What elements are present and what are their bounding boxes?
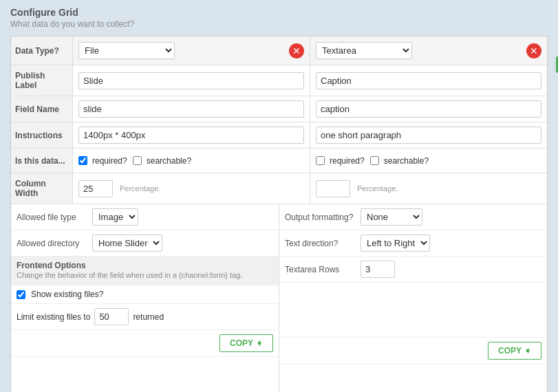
- col1-show-existing-files-checkbox[interactable]: [17, 290, 25, 299]
- col2-publish-label-input[interactable]: [316, 72, 541, 89]
- col2-remove-button[interactable]: ✕: [526, 43, 541, 58]
- output-formatting-label: Output formatting?: [285, 213, 361, 222]
- text-direction-label: Text direction?: [285, 239, 361, 248]
- col1-copy-arrow-icon: ➧: [256, 338, 263, 348]
- allowed-file-type-label: Allowed file type: [17, 213, 92, 222]
- col1-column-width-input[interactable]: [78, 180, 113, 197]
- col2-field-name-input[interactable]: [316, 100, 541, 118]
- col2-required-checkbox[interactable]: [316, 156, 325, 165]
- col2-text-direction-select[interactable]: Left to Right Right to Left: [361, 235, 430, 252]
- col1-copy-button[interactable]: COPY ➧: [219, 334, 273, 352]
- col2-searchable-checkbox[interactable]: [370, 156, 379, 165]
- col1-searchable-checkbox[interactable]: [133, 156, 142, 165]
- allowed-directory-label: Allowed directory: [17, 239, 92, 248]
- instructions-label: Instructions: [11, 122, 73, 148]
- col1-limit-label: Limit existing files to: [17, 312, 90, 322]
- col2-copy-arrow-icon: ➧: [524, 346, 531, 356]
- col2-copy-button[interactable]: COPY ➧: [488, 342, 541, 360]
- col1-instructions-input[interactable]: [78, 127, 304, 144]
- col2-output-formatting-select[interactable]: None XHTML Markdown: [361, 208, 422, 226]
- col1-data-type-select[interactable]: File Text Textarea Select: [78, 42, 175, 59]
- col1-publish-label-input[interactable]: [78, 72, 304, 89]
- page-subtitle: What data do you want to collect?: [10, 19, 548, 29]
- col1-field-name-input[interactable]: [78, 100, 304, 118]
- col1-allowed-directory-select[interactable]: Home Slider Uploads: [92, 235, 162, 252]
- col1-required-checkbox[interactable]: [78, 156, 87, 165]
- page-title: Configure Grid: [10, 7, 548, 18]
- is-data-label: Is this data...: [11, 149, 73, 173]
- data-type-label: Data Type?: [11, 36, 73, 65]
- column-width-label: Column Width: [11, 173, 73, 204]
- frontend-options-title: Frontend Options: [17, 261, 273, 270]
- col1-allowed-file-type-select[interactable]: Image All: [92, 208, 138, 226]
- field-name-label: Field Name: [11, 96, 73, 122]
- col1-limit-input[interactable]: [94, 308, 129, 325]
- col1-percentage-label: Percentage.: [120, 184, 160, 193]
- col2-instructions-input[interactable]: [316, 127, 541, 144]
- frontend-options-desc: Change the behavior of the field when us…: [17, 270, 273, 281]
- col2-textarea-rows-input[interactable]: [361, 261, 395, 278]
- publish-label-label: Publish Label: [11, 65, 73, 96]
- col1-remove-button[interactable]: ✕: [289, 43, 304, 58]
- textarea-rows-label: Textarea Rows: [285, 265, 361, 274]
- col2-column-width-input[interactable]: [316, 180, 350, 197]
- col2-percentage-label: Percentage.: [357, 184, 398, 193]
- col1-show-existing-files-label: Show existing files?: [31, 290, 103, 299]
- col1-limit-suffix: returned: [133, 312, 164, 322]
- col2-data-type-select[interactable]: File Text Textarea Select: [316, 42, 412, 59]
